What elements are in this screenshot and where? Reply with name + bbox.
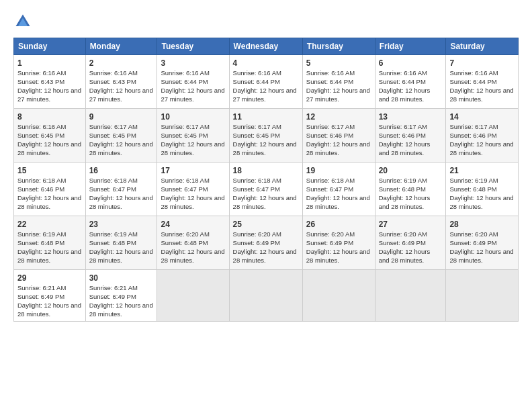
sunrise-label: Sunrise: 6:18 AM [233,177,281,184]
calendar-week-1: 1Sunrise: 6:16 AMSunset: 6:43 PMDaylight… [14,55,519,109]
day-number: 23 [89,219,154,230]
sunrise-label: Sunrise: 6:20 AM [306,230,355,238]
daylight-label: Daylight: 12 hours and 28 minutes. [161,140,224,156]
sunset-label: Sunset: 6:48 PM [161,239,208,246]
sunrise-label: Sunrise: 6:16 AM [306,69,355,77]
calendar-header-friday: Friday [375,38,446,55]
daylight-label: Daylight: 12 hours and 27 minutes. [89,87,153,103]
sunset-label: Sunset: 6:45 PM [161,132,208,139]
sunrise-label: Sunrise: 6:17 AM [449,123,498,130]
sunrise-label: Sunrise: 6:21 AM [17,284,66,291]
day-number: 2 [89,58,154,68]
calendar-cell: 1Sunrise: 6:16 AMSunset: 6:43 PMDaylight… [14,55,86,109]
sunset-label: Sunset: 6:44 PM [233,78,280,85]
daylight-label: Daylight: 12 hours and 28 minutes. [449,248,513,264]
sunset-label: Sunset: 6:47 PM [89,185,136,193]
sunrise-label: Sunrise: 6:19 AM [17,230,66,238]
calendar-cell: 2Sunrise: 6:16 AMSunset: 6:43 PMDaylight… [85,55,157,109]
sunset-label: Sunset: 6:49 PM [449,239,496,246]
sunrise-label: Sunrise: 6:19 AM [379,177,427,184]
day-number: 27 [379,219,443,230]
day-number: 16 [89,165,154,176]
day-number: 20 [379,165,443,176]
day-number: 13 [379,111,443,122]
calendar-body: 1Sunrise: 6:16 AMSunset: 6:43 PMDaylight… [14,55,519,322]
daylight-label: Daylight: 12 hours and 28 minutes. [161,194,224,210]
sunset-label: Sunset: 6:43 PM [89,78,136,85]
calendar-header-saturday: Saturday [446,38,519,55]
sunrise-label: Sunrise: 6:20 AM [233,230,281,238]
sunrise-label: Sunrise: 6:16 AM [161,69,209,77]
daylight-label: Daylight: 12 hours and 28 minutes. [379,248,431,264]
calendar-header-monday: Monday [85,38,157,55]
calendar-cell: 28Sunrise: 6:20 AMSunset: 6:49 PMDayligh… [446,216,519,270]
calendar-cell: 6Sunrise: 6:16 AMSunset: 6:44 PMDaylight… [375,55,446,109]
calendar-cell: 17Sunrise: 6:18 AMSunset: 6:47 PMDayligh… [157,163,229,216]
sunrise-label: Sunrise: 6:19 AM [449,177,498,184]
sunset-label: Sunset: 6:49 PM [379,239,426,246]
sunrise-label: Sunrise: 6:20 AM [449,230,498,238]
day-number: 9 [89,111,154,122]
sunset-label: Sunset: 6:44 PM [449,78,496,85]
day-number: 7 [449,58,515,68]
calendar-cell: 8Sunrise: 6:16 AMSunset: 6:45 PMDaylight… [14,109,86,163]
sunrise-label: Sunrise: 6:17 AM [233,123,281,130]
calendar-cell: 5Sunrise: 6:16 AMSunset: 6:44 PMDaylight… [302,55,375,109]
day-number: 26 [306,219,371,230]
day-number: 4 [233,58,299,68]
daylight-label: Daylight: 12 hours and 27 minutes. [17,87,81,103]
logo-icon [13,12,32,31]
day-number: 14 [449,111,515,122]
sunset-label: Sunset: 6:47 PM [233,185,280,193]
day-number: 6 [379,58,443,68]
sunset-label: Sunset: 6:46 PM [449,132,496,139]
calendar-cell: 15Sunrise: 6:18 AMSunset: 6:46 PMDayligh… [14,163,86,216]
calendar-cell: 27Sunrise: 6:20 AMSunset: 6:49 PMDayligh… [375,216,446,270]
day-number: 24 [161,219,225,230]
sunrise-label: Sunrise: 6:18 AM [161,177,209,184]
calendar-cell: 18Sunrise: 6:18 AMSunset: 6:47 PMDayligh… [229,163,302,216]
day-number: 5 [306,58,371,68]
calendar-cell [157,270,229,322]
sunrise-label: Sunrise: 6:18 AM [17,177,66,184]
calendar-cell: 29Sunrise: 6:21 AMSunset: 6:49 PMDayligh… [14,270,86,322]
header [13,12,519,31]
calendar-cell [446,270,519,322]
daylight-label: Daylight: 12 hours and 28 minutes. [379,140,431,156]
day-number: 10 [161,111,225,122]
day-number: 18 [233,165,299,176]
daylight-label: Daylight: 12 hours and 28 minutes. [17,140,81,156]
calendar-cell: 7Sunrise: 6:16 AMSunset: 6:44 PMDaylight… [446,55,519,109]
calendar-week-2: 8Sunrise: 6:16 AMSunset: 6:45 PMDaylight… [14,109,519,163]
daylight-label: Daylight: 12 hours and 28 minutes. [89,194,153,210]
sunrise-label: Sunrise: 6:16 AM [449,69,498,77]
daylight-label: Daylight: 12 hours and 28 minutes. [89,140,153,156]
sunset-label: Sunset: 6:49 PM [89,293,136,300]
sunset-label: Sunset: 6:45 PM [89,132,136,139]
sunset-label: Sunset: 6:47 PM [306,185,353,193]
calendar-cell [229,270,302,322]
calendar-cell: 12Sunrise: 6:17 AMSunset: 6:46 PMDayligh… [302,109,375,163]
daylight-label: Daylight: 12 hours and 28 minutes. [233,140,297,156]
day-number: 19 [306,165,371,176]
daylight-label: Daylight: 12 hours and 28 minutes. [306,140,370,156]
daylight-label: Daylight: 12 hours and 27 minutes. [306,87,370,103]
daylight-label: Daylight: 12 hours and 28 minutes. [379,87,431,103]
sunrise-label: Sunrise: 6:16 AM [233,69,281,77]
sunset-label: Sunset: 6:48 PM [379,185,426,193]
sunset-label: Sunset: 6:48 PM [449,185,496,193]
calendar-cell: 21Sunrise: 6:19 AMSunset: 6:48 PMDayligh… [446,163,519,216]
calendar-header-tuesday: Tuesday [157,38,229,55]
sunset-label: Sunset: 6:49 PM [233,239,280,246]
sunrise-label: Sunrise: 6:18 AM [306,177,355,184]
daylight-label: Daylight: 12 hours and 28 minutes. [306,248,370,264]
daylight-label: Daylight: 12 hours and 28 minutes. [233,194,297,210]
calendar-cell: 10Sunrise: 6:17 AMSunset: 6:45 PMDayligh… [157,109,229,163]
sunrise-label: Sunrise: 6:16 AM [379,69,427,77]
calendar-cell: 30Sunrise: 6:21 AMSunset: 6:49 PMDayligh… [85,270,157,322]
sunset-label: Sunset: 6:44 PM [161,78,208,85]
day-number: 28 [449,219,515,230]
sunrise-label: Sunrise: 6:20 AM [379,230,427,238]
calendar-cell: 19Sunrise: 6:18 AMSunset: 6:47 PMDayligh… [302,163,375,216]
daylight-label: Daylight: 12 hours and 28 minutes. [233,248,297,264]
